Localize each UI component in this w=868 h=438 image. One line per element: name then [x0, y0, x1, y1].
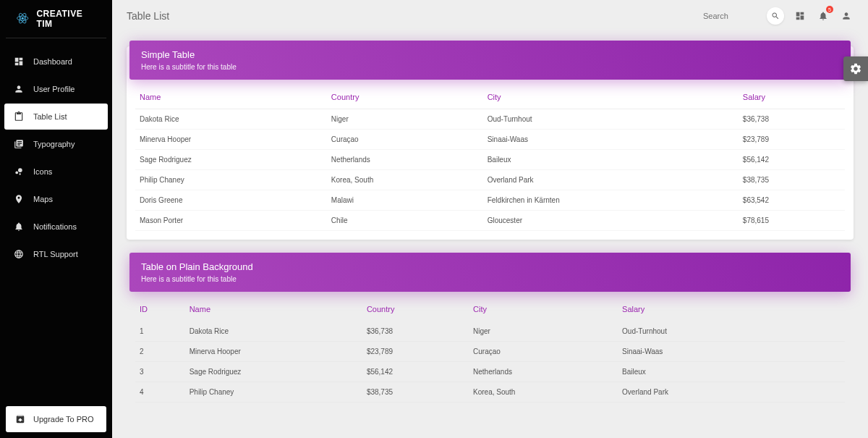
sidebar-item-maps[interactable]: Maps: [4, 186, 108, 212]
table-row: Mason PorterChileGloucester$78,615: [135, 211, 845, 231]
dashboard-action[interactable]: [793, 9, 807, 23]
topbar: Table List 5: [112, 0, 868, 32]
table-cell: Oud-Turnhout: [483, 109, 739, 130]
sidebar-item-label: Icons: [33, 167, 52, 176]
unarchive-icon: [14, 413, 26, 425]
library-books-icon: [13, 138, 25, 150]
nav: Dashboard User Profile Table List Typogr…: [0, 38, 112, 400]
card-header: Simple Table Here is a subtitle for this…: [129, 41, 851, 80]
content: Simple Table Here is a subtitle for this…: [112, 32, 868, 438]
svg-point-4: [15, 172, 18, 174]
sidebar-item-label: Dashboard: [33, 57, 72, 66]
content-paste-icon: [13, 111, 25, 122]
table-cell: Malawi: [327, 190, 483, 211]
col-name: Name: [135, 85, 327, 109]
main: Table List 5 Simple Table Here is a subt…: [112, 0, 868, 438]
card-body: Name Country City Salary Dakota RiceNige…: [127, 85, 854, 240]
simple-table: Name Country City Salary Dakota RiceNige…: [135, 85, 845, 231]
search-input[interactable]: [703, 12, 761, 20]
svg-point-5: [19, 173, 20, 174]
table-row: Doris GreeneMalawiFeldkirchen in Kärnten…: [135, 190, 845, 211]
card-title: Table on Plain Background: [141, 261, 839, 272]
sidebar-item-dashboard[interactable]: Dashboard: [4, 49, 108, 75]
table-cell: Overland Park: [483, 170, 739, 190]
brand[interactable]: CREATIVE TIM: [6, 0, 106, 38]
search-button[interactable]: [767, 7, 784, 25]
language-icon: [13, 248, 25, 260]
table-cell: $23,789: [362, 342, 469, 362]
brand-title: CREATIVE TIM: [36, 9, 96, 29]
table-cell: $38,735: [362, 382, 469, 403]
bell-icon: [13, 221, 25, 232]
simple-table-card: Simple Table Here is a subtitle for this…: [127, 46, 854, 240]
col-salary: Salary: [618, 298, 845, 321]
table-cell: $36,738: [739, 109, 845, 130]
table-row: 4Philip Chaney$38,735Korea, SouthOverlan…: [135, 382, 845, 403]
sidebar-item-label: Table List: [33, 112, 67, 121]
sidebar-item-typography[interactable]: Typography: [4, 131, 108, 157]
table-row: Sage RodriguezNetherlandsBaileux$56,142: [135, 150, 845, 170]
table-cell: 4: [135, 382, 185, 403]
sidebar-item-icons[interactable]: Icons: [4, 159, 108, 185]
card-body: ID Name Country City Salary 1Dakota Rice…: [127, 298, 854, 411]
table-row: 3Sage Rodriguez$56,142NetherlandsBaileux: [135, 362, 845, 382]
sidebar-item-notifications[interactable]: Notifications: [4, 214, 108, 240]
table-cell: Sinaai-Waas: [483, 130, 739, 150]
table-cell: Sage Rodriguez: [135, 150, 327, 170]
table-cell: $56,142: [362, 362, 469, 382]
logo-icon: [16, 12, 29, 26]
table-cell: Overland Park: [618, 382, 845, 403]
table-cell: Minerva Hooper: [185, 342, 362, 362]
search-icon: [771, 12, 780, 20]
table-cell: $63,542: [739, 190, 845, 211]
table-row: Dakota RiceNigerOud-Turnhout$36,738: [135, 109, 845, 130]
table-cell: Sage Rodriguez: [185, 362, 362, 382]
table-cell: Feldkirchen in Kärnten: [483, 190, 739, 211]
table-cell: $78,615: [739, 211, 845, 231]
card-subtitle: Here is a subtitle for this table: [141, 275, 839, 283]
dashboard-icon: [13, 56, 25, 67]
grid-icon: [795, 11, 805, 21]
notification-badge: 5: [826, 6, 833, 13]
table-cell: Oud-Turnhout: [618, 321, 845, 342]
table-row: Philip ChaneyKorea, SouthOverland Park$3…: [135, 170, 845, 190]
upgrade-button[interactable]: Upgrade To PRO: [6, 406, 106, 432]
plain-table-card: Table on Plain Background Here is a subt…: [127, 258, 854, 411]
plain-table: ID Name Country City Salary 1Dakota Rice…: [135, 298, 845, 403]
table-cell: Dakota Rice: [135, 109, 327, 130]
sidebar-item-table-list[interactable]: Table List: [4, 104, 108, 130]
sidebar-item-user-profile[interactable]: User Profile: [4, 76, 108, 102]
table-cell: Baileux: [618, 362, 845, 382]
account-action[interactable]: [839, 9, 854, 23]
sidebar-item-label: Maps: [33, 195, 53, 203]
table-cell: Niger: [327, 109, 483, 130]
table-cell: $36,738: [362, 321, 469, 342]
notifications-action[interactable]: 5: [816, 9, 830, 23]
table-cell: Philip Chaney: [135, 170, 327, 190]
sidebar-item-rtl[interactable]: RTL Support: [4, 241, 108, 267]
table-cell: Sinaai-Waas: [618, 342, 845, 362]
col-name: Name: [185, 298, 362, 321]
table-cell: Curaçao: [469, 342, 618, 362]
table-cell: Mason Porter: [135, 211, 327, 231]
table-cell: Netherlands: [469, 362, 618, 382]
gear-icon: [849, 62, 862, 75]
table-row: Minerva HooperCuraçaoSinaai-Waas$23,789: [135, 130, 845, 150]
sidebar-item-label: User Profile: [33, 85, 75, 93]
table-cell: Niger: [469, 321, 618, 342]
table-cell: Gloucester: [483, 211, 739, 231]
settings-fab[interactable]: [843, 56, 868, 81]
page-title: Table List: [127, 10, 703, 22]
table-cell: Chile: [327, 211, 483, 231]
sidebar-item-label: Typography: [33, 140, 75, 148]
card-header: Table on Plain Background Here is a subt…: [129, 253, 851, 292]
svg-point-6: [18, 168, 22, 172]
col-country: Country: [362, 298, 469, 321]
table-cell: Baileux: [483, 150, 739, 170]
col-city: City: [483, 85, 739, 109]
table-cell: Philip Chaney: [185, 382, 362, 403]
table-row: 1Dakota Rice$36,738NigerOud-Turnhout: [135, 321, 845, 342]
sidebar: CREATIVE TIM Dashboard User Profile Tabl…: [0, 0, 112, 438]
table-cell: 2: [135, 342, 185, 362]
card-title: Simple Table: [141, 49, 839, 60]
